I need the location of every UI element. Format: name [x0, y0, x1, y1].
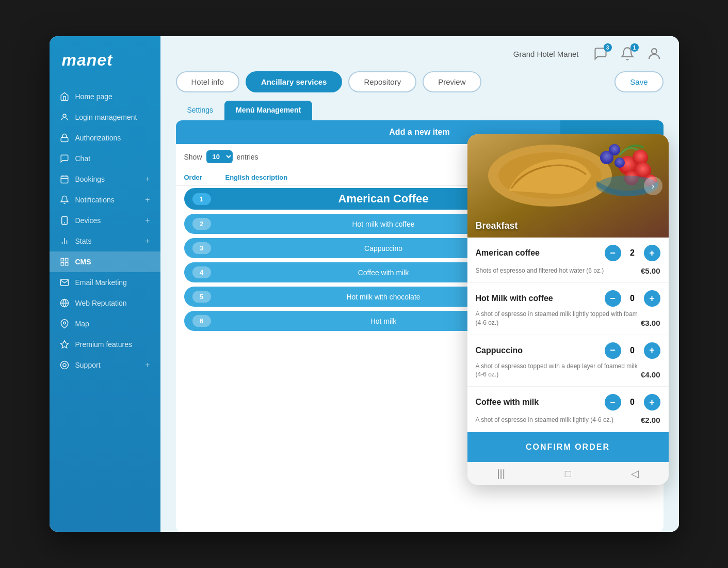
qty-plus-cappuccino[interactable]: + [644, 342, 660, 359]
sidebar-item-premium[interactable]: Premium features [50, 334, 160, 355]
tab-preview[interactable]: Preview [423, 71, 481, 92]
qty-value-coffee-milk: 0 [627, 398, 638, 407]
svg-point-0 [63, 114, 66, 117]
sidebar-item-web-reputation[interactable]: Web Reputation [50, 293, 160, 313]
stats-expand-icon[interactable]: + [145, 236, 150, 246]
cms-icon [60, 257, 69, 266]
qty-value-american-coffee: 2 [627, 248, 638, 258]
hotel-name: Grand Hotel Manet [513, 50, 579, 58]
sidebar-item-login[interactable]: Login management [50, 107, 160, 128]
sidebar-item-email[interactable]: Email Marketing [50, 272, 160, 293]
sidebar-item-chat[interactable]: Chat [50, 148, 160, 169]
order-items-list: American coffee − 2 + Shots of espresso … [467, 238, 669, 432]
food-image-area: Breakfast › [467, 134, 669, 238]
item-desc-cappuccino: A shot of espresso topped with a deep la… [476, 362, 641, 380]
sub-tabs: Settings Menú Management [160, 101, 679, 120]
svg-point-20 [63, 364, 66, 367]
subtab-menu-management[interactable]: Menú Management [224, 101, 312, 120]
qty-plus-hot-milk-coffee[interactable]: + [644, 290, 660, 307]
food-category-label: Breakfast [476, 220, 518, 231]
sidebar-label-email: Email Marketing [75, 278, 127, 287]
svg-rect-2 [61, 176, 68, 183]
sidebar-label-web: Web Reputation [75, 299, 127, 307]
item-desc-coffee-milk: A shot of espresso in steamed milk light… [476, 416, 613, 424]
qty-value-hot-milk-coffee: 0 [627, 294, 638, 303]
bottom-bar-home-icon[interactable]: □ [565, 468, 571, 480]
sidebar-label-bookings: Bookings [75, 175, 105, 183]
chat-icon [60, 154, 69, 163]
auth-icon [60, 133, 69, 143]
sidebar-item-devices[interactable]: Devices + [50, 210, 160, 231]
web-icon [60, 298, 69, 308]
sidebar-label-notifications: Notifications [75, 196, 115, 204]
qty-control-hot-milk-coffee: − 0 + [605, 290, 660, 307]
sidebar-item-stats[interactable]: Stats + [50, 231, 160, 251]
item-desc-american-coffee: Shots of espresso and filtered hot water… [476, 266, 604, 275]
svg-marker-18 [60, 341, 68, 348]
qty-plus-coffee-milk[interactable]: + [644, 394, 660, 411]
app-logo: manet [50, 36, 160, 82]
tab-repository[interactable]: Repository [348, 71, 416, 92]
qty-plus-american-coffee[interactable]: + [644, 245, 660, 261]
sidebar-item-bookings[interactable]: Bookings + [50, 169, 160, 190]
chat-btn[interactable]: 3 [591, 44, 610, 63]
sidebar-item-home[interactable]: Home page [50, 86, 160, 107]
sidebar-label-home: Home page [75, 92, 112, 101]
item-price-hot-milk-coffee: €3.00 [641, 319, 660, 327]
qty-minus-hot-milk-coffee[interactable]: − [605, 290, 621, 307]
sidebar: manet Home page Login management Authori… [50, 36, 160, 532]
qty-minus-american-coffee[interactable]: − [605, 245, 621, 261]
svg-point-21 [652, 49, 657, 54]
sidebar-nav: Home page Login management Authorization… [50, 82, 160, 380]
notifications-expand-icon[interactable]: + [145, 195, 150, 204]
col-order: Order [184, 173, 225, 181]
mobile-panel: Breakfast › American coffee − 2 + Shots … [467, 134, 669, 485]
svg-point-17 [63, 322, 66, 324]
item-desc-hot-milk-coffee: A shot of espresso in steamed milk light… [476, 310, 641, 327]
sidebar-item-notifications[interactable]: Notifications + [50, 190, 160, 210]
notification-btn[interactable]: 1 [618, 44, 637, 63]
add-item-label: Add a new item [389, 128, 449, 136]
bottom-bar-menu-icon[interactable]: ||| [497, 468, 505, 480]
notifications-icon [60, 195, 69, 204]
food-nav-next-btn[interactable]: › [644, 177, 662, 195]
sidebar-item-cms[interactable]: CMS [50, 251, 160, 272]
row-order-3: 3 [192, 242, 211, 254]
entries-select[interactable]: 10 25 50 [206, 150, 233, 163]
qty-minus-cappuccino[interactable]: − [605, 342, 621, 359]
bookings-expand-icon[interactable]: + [145, 175, 150, 184]
show-label: Show [184, 153, 202, 161]
sidebar-label-map: Map [75, 320, 89, 328]
notification-badge: 1 [630, 43, 639, 52]
entries-label: entries [237, 153, 258, 161]
qty-control-coffee-milk: − 0 + [605, 394, 660, 411]
sidebar-label-premium: Premium features [75, 340, 132, 349]
tab-hotel-info[interactable]: Hotel info [176, 71, 239, 92]
sidebar-item-support[interactable]: Support + [50, 355, 160, 375]
bottom-bar-back-icon[interactable]: ◁ [631, 467, 639, 480]
qty-minus-coffee-milk[interactable]: − [605, 394, 621, 411]
tab-save[interactable]: Save [614, 71, 663, 92]
premium-icon [60, 340, 69, 349]
sidebar-item-authorizations[interactable]: Authorizations [50, 128, 160, 148]
subtab-settings[interactable]: Settings [176, 101, 225, 120]
user-btn[interactable] [645, 44, 664, 63]
header: Grand Hotel Manet 3 1 [160, 36, 679, 71]
row-order-6: 6 [192, 315, 211, 327]
item-name-hot-milk-coffee: Hot Milk with coffee [476, 294, 553, 303]
order-item-american-coffee: American coffee − 2 + Shots of espresso … [467, 238, 669, 283]
bookings-icon [60, 175, 69, 184]
row-order-2: 2 [192, 218, 211, 230]
confirm-order-button[interactable]: CONFIRM ORDER [467, 432, 669, 462]
map-icon [60, 319, 69, 328]
support-expand-icon[interactable]: + [145, 360, 150, 370]
svg-rect-12 [65, 258, 68, 261]
login-icon [60, 113, 69, 122]
stats-icon [60, 236, 69, 246]
devices-expand-icon[interactable]: + [145, 216, 150, 225]
top-tabs: Hotel info Ancillary services Repository… [160, 71, 679, 101]
item-name-american-coffee: American coffee [476, 248, 540, 258]
item-price-cappuccino: €4.00 [641, 370, 660, 379]
sidebar-item-map[interactable]: Map [50, 313, 160, 334]
tab-ancillary[interactable]: Ancillary services [246, 71, 343, 92]
